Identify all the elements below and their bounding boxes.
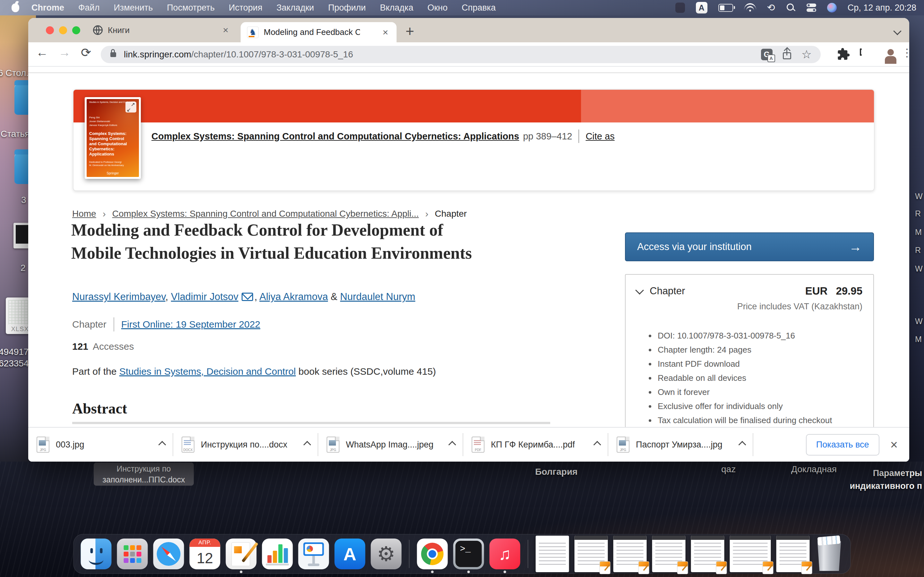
accesses-label: Accesses <box>93 341 134 351</box>
document-thumbnail[interactable] <box>691 536 724 572</box>
share-icon[interactable] <box>782 48 792 61</box>
springer-favicon: ♞ <box>247 27 258 38</box>
cover-authors-text: Peng Shi Jovan Stefanovski Janusz Kacprz… <box>89 116 118 127</box>
control-center-icon[interactable] <box>806 3 816 12</box>
document-thumbnail[interactable] <box>730 536 771 572</box>
input-source-icon[interactable]: A <box>696 2 708 13</box>
dock-music-icon[interactable]: ♫ <box>489 538 520 569</box>
tab-knigi[interactable]: Книги × <box>89 18 237 42</box>
dock-pages-icon[interactable] <box>226 538 257 569</box>
menu-edit[interactable]: Изменить <box>113 3 153 13</box>
document-thumbnail[interactable] <box>652 536 686 572</box>
download-item[interactable]: JPG Паспорт Умирза....jpg <box>608 433 753 456</box>
pages-badge-icon <box>677 561 688 574</box>
back-button[interactable]: ← <box>36 45 48 59</box>
show-all-downloads-button[interactable]: Показать все <box>806 434 879 456</box>
download-item[interactable]: JPG WhatsApp Imag....jpeg <box>318 433 463 456</box>
tab-search-chevron-icon[interactable] <box>893 27 901 35</box>
spotlight-search-icon[interactable] <box>786 3 796 13</box>
dock-keynote-icon[interactable] <box>298 538 329 569</box>
dock-chrome-icon[interactable] <box>417 538 448 569</box>
tab-close-icon[interactable]: × <box>223 25 228 35</box>
reload-button[interactable]: ⟳ <box>81 45 91 60</box>
tab-close-icon[interactable]: × <box>383 27 388 38</box>
chevron-up-icon[interactable] <box>448 441 456 448</box>
book-title-link[interactable]: Complex Systems: Spanning Control and Co… <box>152 131 519 142</box>
time-machine-icon[interactable]: ⟲ <box>767 3 775 12</box>
tab-title: Modeling and Feedback Contr <box>264 27 360 37</box>
desktop-file-label[interactable]: Инструкция по заполнени...ППС.docx <box>94 463 194 486</box>
menu-file[interactable]: Файл <box>78 3 99 13</box>
menu-history[interactable]: История <box>229 3 262 13</box>
document-thumbnail[interactable] <box>776 536 810 572</box>
purchase-card: Chapter EUR29.95 Price includes VAT (Kaz… <box>625 274 874 427</box>
dock-settings-icon[interactable]: ⚙ <box>371 538 402 569</box>
forward-button[interactable]: → <box>58 45 71 59</box>
window-minimize-button[interactable] <box>59 26 67 34</box>
menu-profiles[interactable]: Профили <box>328 3 366 13</box>
chevron-up-icon[interactable] <box>303 441 311 448</box>
dock-numbers-icon[interactable] <box>262 538 293 569</box>
translate-icon[interactable]: G <box>761 49 772 60</box>
extensions-puzzle-icon[interactable] <box>837 47 850 62</box>
cover-dedication-text: Dedicated to Professor Georgi M. Dimirov… <box>89 161 124 167</box>
tab-strip: Книги × ♞ Modeling and Feedback Contr × … <box>28 18 909 42</box>
menu-clock[interactable]: Ср, 12 апр. 20:28 <box>848 3 916 13</box>
bookmark-star-icon[interactable]: ☆ <box>801 49 812 60</box>
chevron-up-icon[interactable] <box>158 441 166 448</box>
close-shelf-icon[interactable]: × <box>890 438 898 452</box>
access-institution-button[interactable]: Access via your institution → <box>625 232 874 261</box>
author-link[interactable]: Nurassyl Kerimbayev <box>72 291 166 302</box>
book-cover[interactable]: Studies in Systems, Decision and Control… <box>85 97 141 179</box>
window-zoom-button[interactable] <box>72 26 80 34</box>
dock-appstore-icon[interactable]: A <box>334 538 365 569</box>
series-link[interactable]: Studies in Systems, Decision and Control <box>120 366 296 377</box>
dock-trash-icon[interactable] <box>815 536 843 572</box>
dock-safari-icon[interactable] <box>153 538 184 569</box>
dock-launchpad-icon[interactable] <box>117 538 148 569</box>
dock-finder-icon[interactable] <box>81 538 111 569</box>
author-link[interactable]: Vladimir Jotsov <box>171 291 238 302</box>
breadcrumb-home-link[interactable]: Home <box>72 209 96 219</box>
document-thumbnail[interactable] <box>575 536 608 572</box>
window-close-button[interactable] <box>46 26 54 34</box>
document-thumbnail[interactable] <box>614 536 647 572</box>
author-link[interactable]: Aliya Akramova <box>260 291 328 302</box>
accesses-count: 121 <box>72 341 88 351</box>
breadcrumb-chevron-icon: › <box>103 208 106 219</box>
menu-window[interactable]: Окно <box>427 3 447 13</box>
cite-as-link[interactable]: Cite as <box>586 131 614 142</box>
email-envelope-icon[interactable] <box>242 293 253 301</box>
more-menu-icon[interactable]: ⋮ <box>901 45 909 60</box>
menu-help[interactable]: Справка <box>462 3 496 13</box>
expand-cover-icon[interactable]: ↗↙ <box>126 102 136 113</box>
address-bar[interactable]: link.springer.com/chapter/10.1007/978-3-… <box>101 46 821 63</box>
menu-extra-icon[interactable] <box>675 3 685 13</box>
wifi-icon[interactable] <box>744 3 756 12</box>
download-item[interactable]: DOCX Инструкция по....docx <box>173 433 318 456</box>
siri-icon[interactable] <box>827 3 837 13</box>
apple-menu-icon[interactable] <box>11 3 19 12</box>
tab-modeling-active[interactable]: ♞ Modeling and Feedback Contr × <box>241 22 397 42</box>
side-panel-icon[interactable] <box>860 48 862 56</box>
download-item[interactable]: PDF КП ГФ Керимба....pdf <box>463 433 608 456</box>
menu-app-name[interactable]: Chrome <box>31 3 64 13</box>
dock-terminal-icon[interactable]: >_ <box>453 538 484 569</box>
chevron-up-icon[interactable] <box>593 441 601 448</box>
menu-view[interactable]: Посмотреть <box>167 3 215 13</box>
new-tab-button[interactable]: + <box>405 23 414 40</box>
first-online-link[interactable]: First Online: 19 September 2022 <box>121 319 260 330</box>
breadcrumb-chevron-icon: › <box>425 208 428 219</box>
document-thumbnail[interactable] <box>536 536 569 572</box>
menu-tab[interactable]: Вкладка <box>380 3 413 13</box>
purchase-bullet: Exclusive offer for individuals only <box>646 399 865 413</box>
download-item[interactable]: JPG 003.jpg <box>28 433 173 456</box>
dock-calendar-icon[interactable]: АПР. 12 <box>190 538 220 569</box>
chevron-up-icon[interactable] <box>738 441 746 448</box>
menu-bookmarks[interactable]: Закладки <box>276 3 314 13</box>
author-link[interactable]: Nurdaulet Nurym <box>340 291 415 302</box>
breadcrumb-book-link[interactable]: Complex Systems: Spanning Control and Co… <box>112 209 419 219</box>
battery-icon[interactable] <box>718 4 733 12</box>
chevron-down-icon[interactable] <box>635 286 644 295</box>
lock-icon[interactable] <box>110 52 116 57</box>
